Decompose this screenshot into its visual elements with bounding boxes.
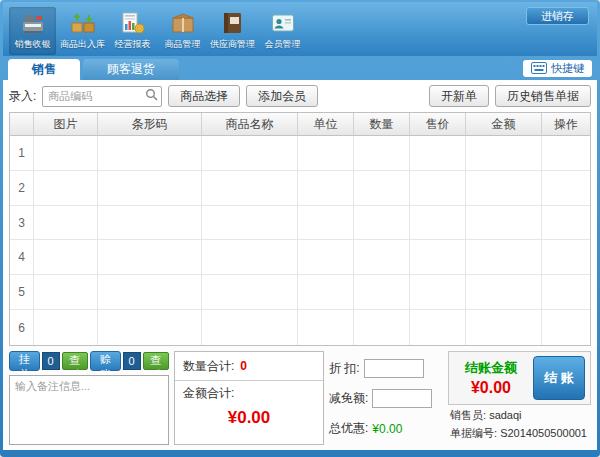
tab-customer-returns[interactable]: 顾客退货 xyxy=(83,59,179,80)
toolbar-item-label: 供应商管理 xyxy=(210,38,255,51)
row-number: 4 xyxy=(10,240,34,275)
table-cell xyxy=(298,310,354,345)
entry-bar: 录入: 商品选择 添加会员 开新单 历史销售单据 xyxy=(3,80,597,112)
row-number: 6 xyxy=(10,310,34,345)
checkout-section: 结账金额 ¥0.00 结 账 销售员: sadaqi 单据编号: S201405… xyxy=(448,351,591,445)
sales-history-button[interactable]: 历史销售单据 xyxy=(495,85,591,107)
table-cell xyxy=(542,136,590,171)
select-product-button[interactable]: 商品选择 xyxy=(168,85,240,107)
table-cell xyxy=(466,206,542,241)
table-cell xyxy=(354,310,410,345)
table-cell xyxy=(542,240,590,275)
table-cell xyxy=(410,136,466,171)
amount-total-row: 金额合计: ¥0.00 xyxy=(175,381,323,444)
quantity-total-value: 0 xyxy=(240,359,247,373)
add-member-button[interactable]: 添加会员 xyxy=(246,85,318,107)
toolbar-item-label: 销售收银 xyxy=(15,38,51,51)
search-icon[interactable] xyxy=(145,87,158,105)
table-cell xyxy=(542,171,590,206)
discount-input[interactable] xyxy=(364,359,424,378)
row-number: 1 xyxy=(10,136,34,171)
table-cell xyxy=(354,136,410,171)
table-cell xyxy=(98,240,202,275)
product-box-icon xyxy=(170,10,196,36)
table-cell xyxy=(34,136,98,171)
checkout-amount-label: 结账金额 xyxy=(454,359,528,377)
row-number: 2 xyxy=(10,171,34,206)
table-cell xyxy=(202,275,298,310)
table-cell xyxy=(354,240,410,275)
toolbar-item-members[interactable]: 会员管理 xyxy=(259,7,306,55)
document-number-value: S2014050500001 xyxy=(500,427,587,439)
table-cell xyxy=(354,171,410,206)
document-number-label: 单据编号: xyxy=(450,427,497,439)
promo-label: 总优惠: xyxy=(329,420,368,437)
amount-total-label: 金额合计: xyxy=(183,386,234,400)
checkout-box: 结账金额 ¥0.00 结 账 xyxy=(448,351,591,405)
table-cell xyxy=(98,275,202,310)
table-cell xyxy=(354,275,410,310)
table-cell xyxy=(542,310,590,345)
new-order-button[interactable]: 开新单 xyxy=(429,85,489,107)
table-header-barcode: 条形码 xyxy=(98,113,202,136)
toolbar-item-products[interactable]: 商品管理 xyxy=(159,7,206,55)
table-cell xyxy=(34,275,98,310)
stock-module-button[interactable]: 进销存 xyxy=(526,7,589,25)
toolbar-item-label: 商品管理 xyxy=(165,38,201,51)
table-cell xyxy=(410,275,466,310)
table-cell xyxy=(466,310,542,345)
table-cell xyxy=(98,310,202,345)
checkout-amount-value: ¥0.00 xyxy=(454,379,528,397)
hold-order-view-button[interactable]: 查看 xyxy=(62,352,89,370)
credit-button[interactable]: 赊账 xyxy=(90,351,121,371)
table-cell xyxy=(466,136,542,171)
salesperson-line: 销售员: sadaqi xyxy=(448,408,591,423)
checkout-amount-block: 结账金额 ¥0.00 xyxy=(454,359,528,397)
table-header-corner xyxy=(10,113,34,136)
supplier-ledger-icon xyxy=(220,10,246,36)
row-number: 5 xyxy=(10,275,34,310)
totals-box: 数量合计: 0 金额合计: ¥0.00 xyxy=(174,351,324,445)
toolbar-item-label: 商品出入库 xyxy=(60,38,105,51)
toolbar-item-reports[interactable]: 经营报表 xyxy=(109,7,156,55)
toolbar-item-sales-cashier[interactable]: 销售收银 xyxy=(9,7,56,55)
table-header-amount: 金额 xyxy=(466,113,542,136)
toolbar-item-label: 经营报表 xyxy=(115,38,151,51)
product-code-searchbox xyxy=(42,86,162,107)
product-code-input[interactable] xyxy=(43,90,145,102)
remark-textarea[interactable] xyxy=(9,375,169,445)
promo-value: ¥0.00 xyxy=(372,422,402,436)
discount-label: 折 扣: xyxy=(329,360,360,377)
table-cell xyxy=(466,240,542,275)
table-header-price: 售价 xyxy=(410,113,466,136)
toolbar-item-stock-in-out[interactable]: 商品出入库 xyxy=(59,7,106,55)
table-cell xyxy=(202,206,298,241)
table-cell xyxy=(98,136,202,171)
bottom-panel: 挂单 0 查看 赊账 0 查看 数量合计: 0 金额合计: ¥0.00 xyxy=(3,346,597,450)
sales-panel: 录入: 商品选择 添加会员 开新单 历史销售单据 图片 条形码 商品名称 单位 … xyxy=(3,80,597,450)
table-cell xyxy=(298,171,354,206)
entry-label: 录入: xyxy=(9,88,36,105)
checkout-button[interactable]: 结 账 xyxy=(533,356,585,400)
credit-view-button[interactable]: 查看 xyxy=(143,352,170,370)
hold-order-button[interactable]: 挂单 xyxy=(9,351,40,371)
salesperson-value: sadaqi xyxy=(489,409,521,421)
reduction-row: 减免额: xyxy=(329,389,443,408)
table-cell xyxy=(410,240,466,275)
salesperson-label: 销售员: xyxy=(450,409,486,421)
quantity-total-label: 数量合计: xyxy=(183,358,234,375)
row-number: 3 xyxy=(10,206,34,241)
toolbar-item-label: 会员管理 xyxy=(265,38,301,51)
document-number-line: 单据编号: S2014050500001 xyxy=(448,426,591,441)
reduction-input[interactable] xyxy=(372,389,432,408)
tab-sales[interactable]: 销售 xyxy=(8,59,80,80)
app-window: 销售收银 商品出入库 经营报表 商品管理 供应商管理 xyxy=(0,0,600,457)
table-cell xyxy=(202,136,298,171)
discount-section: 折 扣: 减免额: 总优惠: ¥0.00 xyxy=(329,351,443,445)
table-cell xyxy=(298,240,354,275)
promo-row: 总优惠: ¥0.00 xyxy=(329,420,443,437)
table-cell xyxy=(202,171,298,206)
hotkeys-button[interactable]: 快捷键 xyxy=(523,60,592,77)
table-cell xyxy=(410,206,466,241)
toolbar-item-suppliers[interactable]: 供应商管理 xyxy=(209,7,256,55)
